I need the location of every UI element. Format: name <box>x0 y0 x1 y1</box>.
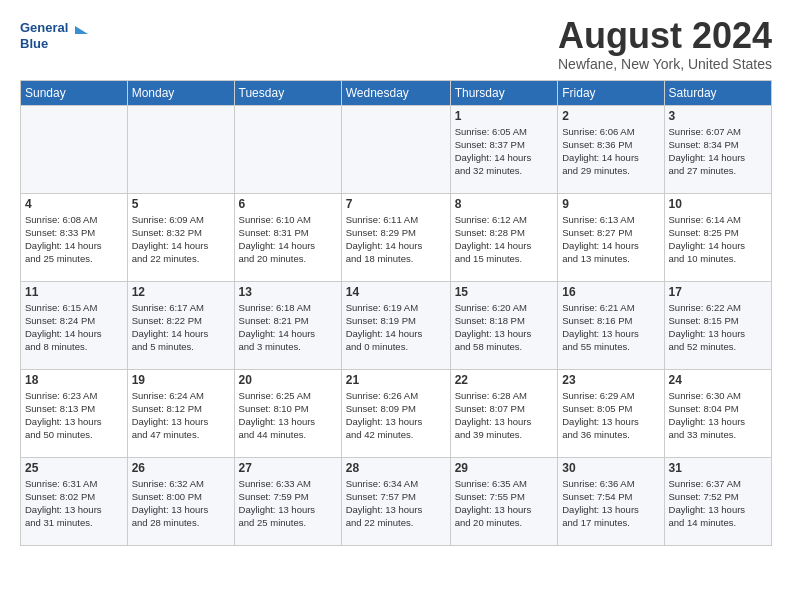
day-info: Sunrise: 6:29 AM Sunset: 8:05 PM Dayligh… <box>562 389 659 442</box>
table-row: 2Sunrise: 6:06 AM Sunset: 8:36 PM Daylig… <box>558 105 664 193</box>
table-row: 15Sunrise: 6:20 AM Sunset: 8:18 PM Dayli… <box>450 281 558 369</box>
day-info: Sunrise: 6:06 AM Sunset: 8:36 PM Dayligh… <box>562 125 659 178</box>
day-number: 21 <box>346 373 446 387</box>
location-subtitle: Newfane, New York, United States <box>558 56 772 72</box>
day-info: Sunrise: 6:36 AM Sunset: 7:54 PM Dayligh… <box>562 477 659 530</box>
table-row: 22Sunrise: 6:28 AM Sunset: 8:07 PM Dayli… <box>450 369 558 457</box>
day-info: Sunrise: 6:12 AM Sunset: 8:28 PM Dayligh… <box>455 213 554 266</box>
day-number: 22 <box>455 373 554 387</box>
col-tuesday: Tuesday <box>234 80 341 105</box>
calendar-week-row: 1Sunrise: 6:05 AM Sunset: 8:37 PM Daylig… <box>21 105 772 193</box>
day-info: Sunrise: 6:08 AM Sunset: 8:33 PM Dayligh… <box>25 213 123 266</box>
table-row: 31Sunrise: 6:37 AM Sunset: 7:52 PM Dayli… <box>664 457 771 545</box>
day-info: Sunrise: 6:28 AM Sunset: 8:07 PM Dayligh… <box>455 389 554 442</box>
day-info: Sunrise: 6:34 AM Sunset: 7:57 PM Dayligh… <box>346 477 446 530</box>
day-info: Sunrise: 6:24 AM Sunset: 8:12 PM Dayligh… <box>132 389 230 442</box>
day-number: 16 <box>562 285 659 299</box>
table-row <box>21 105 128 193</box>
day-info: Sunrise: 6:32 AM Sunset: 8:00 PM Dayligh… <box>132 477 230 530</box>
day-number: 28 <box>346 461 446 475</box>
day-info: Sunrise: 6:17 AM Sunset: 8:22 PM Dayligh… <box>132 301 230 354</box>
day-info: Sunrise: 6:13 AM Sunset: 8:27 PM Dayligh… <box>562 213 659 266</box>
table-row <box>341 105 450 193</box>
day-number: 2 <box>562 109 659 123</box>
table-row: 25Sunrise: 6:31 AM Sunset: 8:02 PM Dayli… <box>21 457 128 545</box>
day-number: 11 <box>25 285 123 299</box>
table-row: 8Sunrise: 6:12 AM Sunset: 8:28 PM Daylig… <box>450 193 558 281</box>
table-row: 24Sunrise: 6:30 AM Sunset: 8:04 PM Dayli… <box>664 369 771 457</box>
day-number: 5 <box>132 197 230 211</box>
day-number: 15 <box>455 285 554 299</box>
table-row: 12Sunrise: 6:17 AM Sunset: 8:22 PM Dayli… <box>127 281 234 369</box>
table-row: 19Sunrise: 6:24 AM Sunset: 8:12 PM Dayli… <box>127 369 234 457</box>
table-row <box>234 105 341 193</box>
day-number: 31 <box>669 461 767 475</box>
col-monday: Monday <box>127 80 234 105</box>
day-number: 6 <box>239 197 337 211</box>
day-number: 8 <box>455 197 554 211</box>
day-info: Sunrise: 6:10 AM Sunset: 8:31 PM Dayligh… <box>239 213 337 266</box>
day-info: Sunrise: 6:19 AM Sunset: 8:19 PM Dayligh… <box>346 301 446 354</box>
day-info: Sunrise: 6:21 AM Sunset: 8:16 PM Dayligh… <box>562 301 659 354</box>
table-row: 9Sunrise: 6:13 AM Sunset: 8:27 PM Daylig… <box>558 193 664 281</box>
day-info: Sunrise: 6:31 AM Sunset: 8:02 PM Dayligh… <box>25 477 123 530</box>
day-number: 23 <box>562 373 659 387</box>
day-number: 17 <box>669 285 767 299</box>
day-info: Sunrise: 6:37 AM Sunset: 7:52 PM Dayligh… <box>669 477 767 530</box>
table-row: 28Sunrise: 6:34 AM Sunset: 7:57 PM Dayli… <box>341 457 450 545</box>
table-row: 14Sunrise: 6:19 AM Sunset: 8:19 PM Dayli… <box>341 281 450 369</box>
day-number: 29 <box>455 461 554 475</box>
day-number: 26 <box>132 461 230 475</box>
svg-text:General: General <box>20 20 68 35</box>
page-header: General Blue August 2024 Newfane, New Yo… <box>20 16 772 72</box>
day-number: 14 <box>346 285 446 299</box>
day-number: 27 <box>239 461 337 475</box>
day-number: 3 <box>669 109 767 123</box>
day-number: 12 <box>132 285 230 299</box>
day-info: Sunrise: 6:07 AM Sunset: 8:34 PM Dayligh… <box>669 125 767 178</box>
day-number: 1 <box>455 109 554 123</box>
table-row: 5Sunrise: 6:09 AM Sunset: 8:32 PM Daylig… <box>127 193 234 281</box>
day-info: Sunrise: 6:23 AM Sunset: 8:13 PM Dayligh… <box>25 389 123 442</box>
col-friday: Friday <box>558 80 664 105</box>
table-row: 6Sunrise: 6:10 AM Sunset: 8:31 PM Daylig… <box>234 193 341 281</box>
table-row: 16Sunrise: 6:21 AM Sunset: 8:16 PM Dayli… <box>558 281 664 369</box>
svg-text:Blue: Blue <box>20 36 48 51</box>
day-info: Sunrise: 6:05 AM Sunset: 8:37 PM Dayligh… <box>455 125 554 178</box>
calendar-body: 1Sunrise: 6:05 AM Sunset: 8:37 PM Daylig… <box>21 105 772 545</box>
day-info: Sunrise: 6:14 AM Sunset: 8:25 PM Dayligh… <box>669 213 767 266</box>
day-number: 30 <box>562 461 659 475</box>
table-row: 17Sunrise: 6:22 AM Sunset: 8:15 PM Dayli… <box>664 281 771 369</box>
day-info: Sunrise: 6:33 AM Sunset: 7:59 PM Dayligh… <box>239 477 337 530</box>
day-number: 4 <box>25 197 123 211</box>
table-row: 10Sunrise: 6:14 AM Sunset: 8:25 PM Dayli… <box>664 193 771 281</box>
day-info: Sunrise: 6:35 AM Sunset: 7:55 PM Dayligh… <box>455 477 554 530</box>
day-info: Sunrise: 6:25 AM Sunset: 8:10 PM Dayligh… <box>239 389 337 442</box>
logo-svg: General Blue <box>20 16 90 56</box>
table-row: 29Sunrise: 6:35 AM Sunset: 7:55 PM Dayli… <box>450 457 558 545</box>
logo: General Blue <box>20 16 90 56</box>
day-info: Sunrise: 6:30 AM Sunset: 8:04 PM Dayligh… <box>669 389 767 442</box>
calendar-header-row: Sunday Monday Tuesday Wednesday Thursday… <box>21 80 772 105</box>
table-row: 13Sunrise: 6:18 AM Sunset: 8:21 PM Dayli… <box>234 281 341 369</box>
table-row: 27Sunrise: 6:33 AM Sunset: 7:59 PM Dayli… <box>234 457 341 545</box>
col-wednesday: Wednesday <box>341 80 450 105</box>
month-year-title: August 2024 <box>558 16 772 56</box>
table-row <box>127 105 234 193</box>
table-row: 18Sunrise: 6:23 AM Sunset: 8:13 PM Dayli… <box>21 369 128 457</box>
table-row: 7Sunrise: 6:11 AM Sunset: 8:29 PM Daylig… <box>341 193 450 281</box>
calendar-table: Sunday Monday Tuesday Wednesday Thursday… <box>20 80 772 546</box>
day-info: Sunrise: 6:22 AM Sunset: 8:15 PM Dayligh… <box>669 301 767 354</box>
table-row: 26Sunrise: 6:32 AM Sunset: 8:00 PM Dayli… <box>127 457 234 545</box>
day-number: 20 <box>239 373 337 387</box>
calendar-week-row: 4Sunrise: 6:08 AM Sunset: 8:33 PM Daylig… <box>21 193 772 281</box>
day-number: 24 <box>669 373 767 387</box>
day-number: 10 <box>669 197 767 211</box>
col-thursday: Thursday <box>450 80 558 105</box>
table-row: 20Sunrise: 6:25 AM Sunset: 8:10 PM Dayli… <box>234 369 341 457</box>
day-info: Sunrise: 6:11 AM Sunset: 8:29 PM Dayligh… <box>346 213 446 266</box>
table-row: 1Sunrise: 6:05 AM Sunset: 8:37 PM Daylig… <box>450 105 558 193</box>
table-row: 21Sunrise: 6:26 AM Sunset: 8:09 PM Dayli… <box>341 369 450 457</box>
day-number: 9 <box>562 197 659 211</box>
day-info: Sunrise: 6:26 AM Sunset: 8:09 PM Dayligh… <box>346 389 446 442</box>
